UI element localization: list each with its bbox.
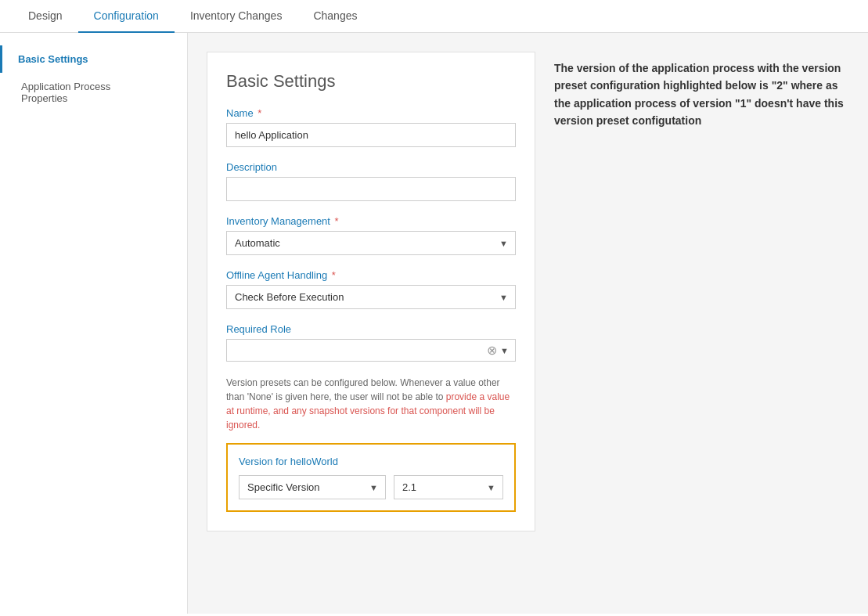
description-input[interactable] xyxy=(226,177,516,201)
required-role-input[interactable] xyxy=(233,344,487,356)
required-role-field-group: Required Role ⊗ ▼ xyxy=(226,323,516,362)
version-preset-title: Version for helloWorld xyxy=(239,456,503,467)
main-layout: Basic Settings Application ProcessProper… xyxy=(0,33,868,614)
required-role-input-wrapper: ⊗ ▼ xyxy=(226,339,516,362)
tab-changes[interactable]: Changes xyxy=(297,0,373,33)
inventory-management-select[interactable]: Automatic Manual xyxy=(226,231,516,255)
tab-design[interactable]: Design xyxy=(13,0,78,33)
sidebar-item-basic-settings[interactable]: Basic Settings xyxy=(0,45,187,73)
offline-agent-handling-select-wrapper: Check Before Execution Fail Immediately … xyxy=(226,285,516,309)
version-preset-box: Version for helloWorld None Specific Ver… xyxy=(226,443,516,512)
name-field-group: Name * xyxy=(226,107,516,147)
sidebar-item-app-process-props[interactable]: Application ProcessProperties xyxy=(0,73,187,112)
offline-agent-handling-label: Offline Agent Handling * xyxy=(226,269,516,281)
required-role-chevron-icon[interactable]: ▼ xyxy=(500,346,509,355)
main-content: Basic Settings Name * Description Invent… xyxy=(188,33,868,614)
version-note: Version presets can be configured below.… xyxy=(226,376,516,432)
form-panel: Basic Settings Name * Description Invent… xyxy=(207,52,535,531)
version-preset-row: None Specific Version Latest ▼ 2.1 2.0 1… xyxy=(239,475,503,499)
required-role-label: Required Role xyxy=(226,323,516,335)
inventory-management-select-wrapper: Automatic Manual ▼ xyxy=(226,231,516,255)
inventory-management-field-group: Inventory Management * Automatic Manual … xyxy=(226,215,516,255)
version-type-select-wrapper: None Specific Version Latest ▼ xyxy=(239,475,386,499)
version-value-select[interactable]: 2.1 2.0 1.0 xyxy=(394,475,503,499)
tab-configuration[interactable]: Configuration xyxy=(78,0,175,33)
description-field-group: Description xyxy=(226,161,516,201)
required-role-clear-icon[interactable]: ⊗ xyxy=(487,343,497,358)
version-type-select[interactable]: None Specific Version Latest xyxy=(239,475,386,499)
info-panel: The version of the application process w… xyxy=(554,52,849,595)
offline-agent-handling-field-group: Offline Agent Handling * Check Before Ex… xyxy=(226,269,516,309)
form-title: Basic Settings xyxy=(226,71,516,92)
sidebar: Basic Settings Application ProcessProper… xyxy=(0,33,188,614)
inventory-management-label: Inventory Management * xyxy=(226,215,516,227)
description-label: Description xyxy=(226,161,516,173)
info-text: The version of the application process w… xyxy=(554,59,849,130)
offline-agent-handling-select[interactable]: Check Before Execution Fail Immediately … xyxy=(226,285,516,309)
name-label: Name * xyxy=(226,107,516,119)
name-input[interactable] xyxy=(226,123,516,147)
version-value-select-wrapper: 2.1 2.0 1.0 ▼ xyxy=(394,475,503,499)
tab-inventory-changes[interactable]: Inventory Changes xyxy=(175,0,298,33)
top-nav: Design Configuration Inventory Changes C… xyxy=(0,0,868,33)
